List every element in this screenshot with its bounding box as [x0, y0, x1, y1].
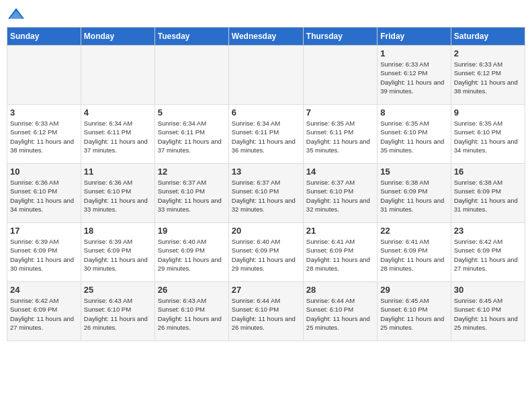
day-info: Sunrise: 6:40 AM Sunset: 6:09 PM Dayligh… — [232, 237, 300, 273]
calendar-cell: 4Sunrise: 6:34 AM Sunset: 6:11 PM Daylig… — [81, 105, 154, 164]
calendar-week-3: 10Sunrise: 6:36 AM Sunset: 6:10 PM Dayli… — [7, 164, 525, 223]
day-info: Sunrise: 6:34 AM Sunset: 6:11 PM Dayligh… — [232, 119, 300, 154]
day-number: 12 — [158, 167, 226, 177]
day-number: 17 — [10, 226, 78, 236]
day-number: 26 — [158, 285, 226, 295]
day-number: 13 — [232, 167, 300, 177]
calendar-header-thursday: Thursday — [303, 28, 377, 46]
calendar-header-friday: Friday — [378, 28, 451, 46]
day-info: Sunrise: 6:41 AM Sunset: 6:09 PM Dayligh… — [380, 237, 447, 273]
day-info: Sunrise: 6:38 AM Sunset: 6:09 PM Dayligh… — [454, 178, 522, 214]
day-number: 23 — [454, 226, 522, 236]
calendar-cell: 7Sunrise: 6:35 AM Sunset: 6:11 PM Daylig… — [303, 105, 377, 164]
calendar-cell: 28Sunrise: 6:44 AM Sunset: 6:10 PM Dayli… — [303, 282, 377, 341]
calendar-cell: 25Sunrise: 6:43 AM Sunset: 6:10 PM Dayli… — [81, 282, 154, 341]
calendar-week-1: 1Sunrise: 6:33 AM Sunset: 6:12 PM Daylig… — [7, 46, 525, 105]
day-number: 10 — [10, 167, 78, 177]
calendar-cell: 12Sunrise: 6:37 AM Sunset: 6:10 PM Dayli… — [154, 164, 228, 223]
calendar-table: SundayMondayTuesdayWednesdayThursdayFrid… — [7, 27, 525, 341]
day-info: Sunrise: 6:34 AM Sunset: 6:11 PM Dayligh… — [84, 119, 152, 154]
day-info: Sunrise: 6:44 AM Sunset: 6:10 PM Dayligh… — [232, 296, 300, 332]
day-number: 27 — [232, 285, 300, 295]
calendar-cell: 22Sunrise: 6:41 AM Sunset: 6:09 PM Dayli… — [378, 223, 451, 282]
calendar-header-row: SundayMondayTuesdayWednesdayThursdayFrid… — [7, 28, 525, 46]
calendar-cell: 17Sunrise: 6:39 AM Sunset: 6:09 PM Dayli… — [7, 223, 81, 282]
calendar-header-wednesday: Wednesday — [228, 28, 303, 46]
day-info: Sunrise: 6:35 AM Sunset: 6:10 PM Dayligh… — [454, 119, 522, 154]
calendar-cell: 6Sunrise: 6:34 AM Sunset: 6:11 PM Daylig… — [228, 105, 303, 164]
calendar-cell — [81, 46, 154, 105]
day-info: Sunrise: 6:39 AM Sunset: 6:09 PM Dayligh… — [84, 237, 152, 273]
calendar-cell: 3Sunrise: 6:33 AM Sunset: 6:12 PM Daylig… — [7, 105, 81, 164]
day-info: Sunrise: 6:36 AM Sunset: 6:10 PM Dayligh… — [84, 178, 152, 214]
day-number: 2 — [454, 48, 522, 58]
day-info: Sunrise: 6:33 AM Sunset: 6:12 PM Dayligh… — [380, 60, 447, 95]
day-number: 7 — [306, 107, 374, 118]
day-info: Sunrise: 6:37 AM Sunset: 6:10 PM Dayligh… — [306, 178, 374, 214]
day-number: 3 — [10, 107, 78, 118]
calendar-cell — [303, 46, 377, 105]
day-info: Sunrise: 6:39 AM Sunset: 6:09 PM Dayligh… — [10, 237, 78, 273]
calendar-cell: 26Sunrise: 6:43 AM Sunset: 6:10 PM Dayli… — [154, 282, 228, 341]
day-info: Sunrise: 6:33 AM Sunset: 6:12 PM Dayligh… — [454, 60, 522, 95]
calendar-cell: 23Sunrise: 6:42 AM Sunset: 6:09 PM Dayli… — [451, 223, 525, 282]
day-number: 22 — [380, 226, 447, 236]
calendar-week-5: 24Sunrise: 6:42 AM Sunset: 6:09 PM Dayli… — [7, 282, 525, 341]
day-info: Sunrise: 6:35 AM Sunset: 6:11 PM Dayligh… — [306, 119, 374, 154]
day-info: Sunrise: 6:45 AM Sunset: 6:10 PM Dayligh… — [454, 296, 522, 332]
day-number: 11 — [84, 167, 152, 177]
day-info: Sunrise: 6:42 AM Sunset: 6:09 PM Dayligh… — [10, 296, 78, 332]
calendar-cell: 27Sunrise: 6:44 AM Sunset: 6:10 PM Dayli… — [228, 282, 303, 341]
calendar-cell: 14Sunrise: 6:37 AM Sunset: 6:10 PM Dayli… — [303, 164, 377, 223]
calendar-cell: 11Sunrise: 6:36 AM Sunset: 6:10 PM Dayli… — [81, 164, 154, 223]
calendar-cell: 19Sunrise: 6:40 AM Sunset: 6:09 PM Dayli… — [154, 223, 228, 282]
day-info: Sunrise: 6:42 AM Sunset: 6:09 PM Dayligh… — [454, 237, 522, 273]
day-info: Sunrise: 6:41 AM Sunset: 6:09 PM Dayligh… — [306, 237, 374, 273]
calendar-cell — [154, 46, 228, 105]
calendar-cell: 8Sunrise: 6:35 AM Sunset: 6:10 PM Daylig… — [378, 105, 451, 164]
calendar-cell: 29Sunrise: 6:45 AM Sunset: 6:10 PM Dayli… — [378, 282, 451, 341]
calendar-cell: 30Sunrise: 6:45 AM Sunset: 6:10 PM Dayli… — [451, 282, 525, 341]
day-number: 16 — [454, 167, 522, 177]
calendar-cell — [228, 46, 303, 105]
day-info: Sunrise: 6:43 AM Sunset: 6:10 PM Dayligh… — [84, 296, 152, 332]
day-info: Sunrise: 6:36 AM Sunset: 6:10 PM Dayligh… — [10, 178, 78, 214]
day-number: 21 — [306, 226, 374, 236]
calendar-cell: 2Sunrise: 6:33 AM Sunset: 6:12 PM Daylig… — [451, 46, 525, 105]
day-number: 15 — [380, 167, 447, 177]
day-number: 28 — [306, 285, 374, 295]
calendar-week-2: 3Sunrise: 6:33 AM Sunset: 6:12 PM Daylig… — [7, 105, 525, 164]
calendar-header-monday: Monday — [81, 28, 154, 46]
day-number: 1 — [380, 48, 447, 58]
day-number: 18 — [84, 226, 152, 236]
day-info: Sunrise: 6:44 AM Sunset: 6:10 PM Dayligh… — [306, 296, 374, 332]
day-info: Sunrise: 6:35 AM Sunset: 6:10 PM Dayligh… — [380, 119, 447, 154]
calendar-header-sunday: Sunday — [7, 28, 81, 46]
calendar-header-tuesday: Tuesday — [154, 28, 228, 46]
header — [7, 7, 525, 21]
day-number: 30 — [454, 285, 522, 295]
day-number: 4 — [84, 107, 152, 118]
calendar-cell: 16Sunrise: 6:38 AM Sunset: 6:09 PM Dayli… — [451, 164, 525, 223]
calendar-cell: 13Sunrise: 6:37 AM Sunset: 6:10 PM Dayli… — [228, 164, 303, 223]
day-info: Sunrise: 6:34 AM Sunset: 6:11 PM Dayligh… — [158, 119, 226, 154]
day-info: Sunrise: 6:43 AM Sunset: 6:10 PM Dayligh… — [158, 296, 226, 332]
logo — [7, 7, 28, 21]
day-number: 5 — [158, 107, 226, 118]
calendar-cell: 10Sunrise: 6:36 AM Sunset: 6:10 PM Dayli… — [7, 164, 81, 223]
calendar-cell: 21Sunrise: 6:41 AM Sunset: 6:09 PM Dayli… — [303, 223, 377, 282]
day-number: 24 — [10, 285, 78, 295]
day-info: Sunrise: 6:45 AM Sunset: 6:10 PM Dayligh… — [380, 296, 447, 332]
day-number: 25 — [84, 285, 152, 295]
calendar-cell: 15Sunrise: 6:38 AM Sunset: 6:09 PM Dayli… — [378, 164, 451, 223]
day-number: 8 — [380, 107, 447, 118]
calendar-cell: 20Sunrise: 6:40 AM Sunset: 6:09 PM Dayli… — [228, 223, 303, 282]
day-number: 19 — [158, 226, 226, 236]
calendar-cell: 1Sunrise: 6:33 AM Sunset: 6:12 PM Daylig… — [378, 46, 451, 105]
day-number: 9 — [454, 107, 522, 118]
logo-icon — [7, 7, 26, 21]
day-info: Sunrise: 6:40 AM Sunset: 6:09 PM Dayligh… — [158, 237, 226, 273]
day-info: Sunrise: 6:37 AM Sunset: 6:10 PM Dayligh… — [232, 178, 300, 214]
calendar-cell: 24Sunrise: 6:42 AM Sunset: 6:09 PM Dayli… — [7, 282, 81, 341]
day-number: 29 — [380, 285, 447, 295]
